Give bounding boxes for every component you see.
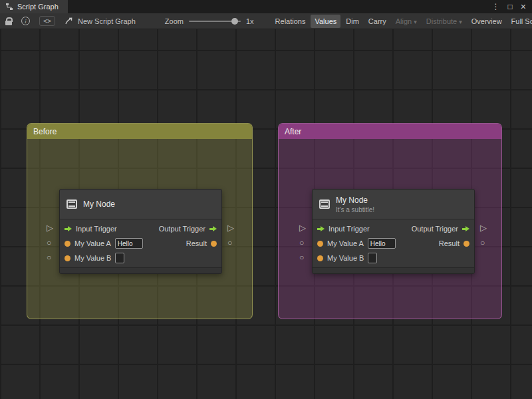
info-icon[interactable] xyxy=(21,17,30,25)
node-header[interactable]: My Node xyxy=(60,190,221,219)
result-port[interactable]: Result xyxy=(439,239,469,247)
ext-result-port-icon[interactable]: ○ xyxy=(227,239,232,247)
port-label: Input Trigger xyxy=(329,225,370,233)
node-title: My Node xyxy=(83,200,115,209)
port-row-value-a: My Value A Result xyxy=(60,236,221,251)
value-port-icon[interactable] xyxy=(65,241,70,247)
ext-value-a-port-icon[interactable]: ○ xyxy=(47,239,51,247)
port-label: My Value B xyxy=(74,254,111,262)
value-a-input[interactable] xyxy=(115,238,143,249)
ext-output-trigger-port-icon[interactable]: ▷ xyxy=(227,223,234,232)
port-label: My Value A xyxy=(74,239,111,247)
align-dropdown: Align▾ xyxy=(392,15,421,28)
port-label: My Value A xyxy=(327,239,364,247)
carry-button[interactable]: Carry xyxy=(364,15,390,28)
relations-button[interactable]: Relations xyxy=(271,15,310,28)
port-row-value-a: My Value A Result xyxy=(313,236,474,251)
zoom-slider-knob[interactable] xyxy=(231,18,238,25)
port-label: Result xyxy=(186,239,207,247)
value-port-icon[interactable] xyxy=(317,255,323,261)
chevron-down-icon: ▾ xyxy=(414,19,417,25)
chevron-down-icon: ▾ xyxy=(459,19,462,25)
flow-arrow-icon[interactable] xyxy=(209,226,217,231)
node-footer xyxy=(313,267,474,273)
maximize-icon[interactable]: □ xyxy=(508,3,513,11)
ext-input-trigger-port-icon[interactable]: ▷ xyxy=(47,223,53,232)
port-label: Output Trigger xyxy=(412,225,458,233)
port-row-value-b: My Value B xyxy=(313,251,474,265)
distribute-dropdown: Distribute▾ xyxy=(422,15,466,28)
value-port-icon[interactable] xyxy=(464,241,469,247)
ext-output-trigger-port-icon[interactable]: ▷ xyxy=(480,223,487,232)
group-before: Before ▷ ○ ○ ▷ ○ My Node Input Trigger xyxy=(27,123,253,319)
input-trigger-port[interactable]: Input Trigger xyxy=(65,225,117,233)
fullscreen-button[interactable]: Full Screen xyxy=(507,15,532,28)
script-graph-tab-icon xyxy=(5,3,13,11)
value-a-input[interactable] xyxy=(368,238,396,249)
value-b-input[interactable] xyxy=(368,253,377,263)
node-my-node[interactable]: My Node It's a subtitle! Input Trigger O… xyxy=(312,189,475,274)
tab-script-graph[interactable]: Script Graph xyxy=(0,0,68,13)
port-label: Output Trigger xyxy=(159,225,205,233)
ext-value-b-port-icon[interactable]: ○ xyxy=(299,253,304,261)
value-port-icon[interactable] xyxy=(65,255,70,261)
result-port[interactable]: Result xyxy=(186,239,217,247)
output-trigger-port[interactable]: Output Trigger xyxy=(159,225,217,233)
close-icon[interactable]: × xyxy=(521,2,526,11)
kebab-menu-icon[interactable]: ⋮ xyxy=(492,3,500,11)
script-graph-icon xyxy=(65,17,73,25)
value-b-port[interactable]: My Value B xyxy=(317,253,377,263)
group-after: After ▷ ○ ○ ▷ ○ My Node It's a subtitle!… xyxy=(278,123,502,319)
flow-arrow-icon[interactable] xyxy=(317,226,325,231)
node-icon xyxy=(66,200,77,209)
tab-title: Script Graph xyxy=(17,3,59,11)
flow-arrow-icon[interactable] xyxy=(462,226,469,231)
code-view-button[interactable]: <> xyxy=(39,16,55,26)
tab-bar-spacer xyxy=(68,0,492,13)
value-port-icon[interactable] xyxy=(317,241,323,247)
node-icon xyxy=(319,200,330,209)
window-tab-bar: Script Graph ⋮ □ × xyxy=(0,0,532,13)
values-button[interactable]: Values xyxy=(311,15,340,28)
port-label: Result xyxy=(439,239,460,247)
group-before-header[interactable]: Before xyxy=(27,124,252,139)
zoom-slider[interactable] xyxy=(189,21,241,22)
ext-value-b-port-icon[interactable]: ○ xyxy=(47,253,51,261)
lock-icon[interactable] xyxy=(5,17,12,25)
group-title: Before xyxy=(33,127,57,136)
input-trigger-port[interactable]: Input Trigger xyxy=(317,225,370,233)
node-title: My Node xyxy=(336,196,374,205)
ext-result-port-icon[interactable]: ○ xyxy=(480,239,485,247)
dim-button[interactable]: Dim xyxy=(342,15,363,28)
port-row-triggers: Input Trigger Output Trigger xyxy=(60,221,221,236)
node-footer xyxy=(60,267,221,273)
node-my-node[interactable]: My Node Input Trigger Output Trigger xyxy=(59,189,222,274)
graph-toolbar: <> New Script Graph Zoom 1x Relations Va… xyxy=(0,13,532,29)
ext-input-trigger-port-icon[interactable]: ▷ xyxy=(299,223,306,232)
group-title: After xyxy=(285,127,301,136)
group-after-header[interactable]: After xyxy=(279,124,501,139)
port-label: Input Trigger xyxy=(76,225,117,233)
value-b-port[interactable]: My Value B xyxy=(65,253,124,263)
value-b-input[interactable] xyxy=(115,253,124,263)
zoom-label: Zoom xyxy=(165,17,184,25)
graph-name-label[interactable]: New Script Graph xyxy=(78,17,136,25)
value-a-port[interactable]: My Value A xyxy=(65,238,143,249)
ext-value-a-port-icon[interactable]: ○ xyxy=(299,239,304,247)
value-a-port[interactable]: My Value A xyxy=(317,238,396,249)
port-row-triggers: Input Trigger Output Trigger xyxy=(313,221,474,236)
node-header[interactable]: My Node It's a subtitle! xyxy=(313,190,474,219)
node-subtitle: It's a subtitle! xyxy=(336,206,374,213)
value-port-icon[interactable] xyxy=(211,241,217,247)
port-row-value-b: My Value B xyxy=(60,251,221,265)
zoom-value: 1x xyxy=(246,17,254,25)
flow-arrow-icon[interactable] xyxy=(65,226,72,231)
output-trigger-port[interactable]: Output Trigger xyxy=(412,225,469,233)
overview-button[interactable]: Overview xyxy=(467,15,506,28)
graph-canvas[interactable]: Before ▷ ○ ○ ▷ ○ My Node Input Trigger xyxy=(0,29,532,399)
port-label: My Value B xyxy=(327,254,364,262)
